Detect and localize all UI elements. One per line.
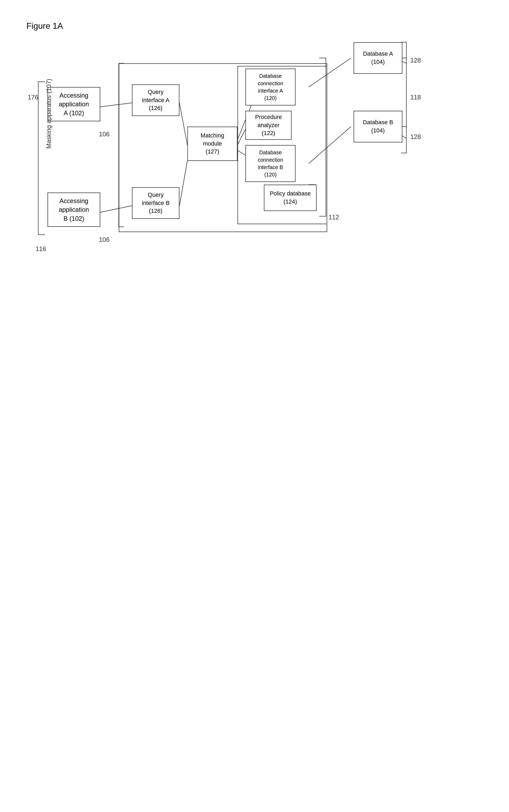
accessing-app-a-box: Accessing application A (102): [47, 87, 100, 121]
figure-label: Figure 1A: [26, 21, 63, 31]
db-conn-a-box: Database connection interface A (120): [245, 69, 296, 106]
db-conn-b-label: Database connection interface B (120): [258, 149, 283, 178]
query-interface-b-box: Query interface B (126): [132, 187, 179, 219]
accessing-app-b-label: Accessing application B (102): [59, 196, 89, 223]
database-a-label: Database A (104): [363, 50, 393, 66]
ref-176: 176: [28, 94, 38, 101]
accessing-app-b-box: Accessing application B (102): [47, 192, 100, 227]
ref-128-a: 128: [410, 57, 421, 64]
ref-112: 112: [329, 214, 339, 221]
ref-106-b: 106: [99, 236, 109, 244]
query-interface-a-label: Query interface A (126): [142, 88, 169, 112]
db-conn-b-box: Database connection interface B (120): [245, 145, 296, 182]
procedure-analyzer-box: Procedure analyzer (122): [245, 111, 292, 140]
ref-116: 116: [36, 245, 46, 253]
diagram-container: Figure 1A: [21, 16, 483, 794]
policy-database-label: Policy database (124): [270, 190, 311, 206]
procedure-analyzer-label: Procedure analyzer (122): [255, 113, 282, 137]
database-a-box: Database A (104): [353, 42, 402, 74]
accessing-app-a-label: Accessing application A (102): [59, 91, 89, 118]
query-interface-a-box: Query interface A (126): [132, 84, 179, 116]
query-interface-b-label: Query interface B (126): [142, 191, 169, 215]
db-conn-a-label: Database connection interface A (120): [258, 72, 283, 102]
matching-module-label: Matching module (127): [201, 132, 224, 156]
masking-apparatus-label: Masking apparatus (107): [45, 70, 53, 149]
policy-database-box: Policy database (124): [264, 185, 317, 211]
ref-106-a: 106: [99, 131, 109, 138]
ref-128-b: 128: [410, 133, 421, 141]
ref-118: 118: [410, 94, 421, 101]
database-b-box: Database B (104): [353, 111, 402, 142]
matching-module-box: Matching module (127): [188, 126, 237, 161]
database-b-label: Database B (104): [363, 118, 393, 135]
